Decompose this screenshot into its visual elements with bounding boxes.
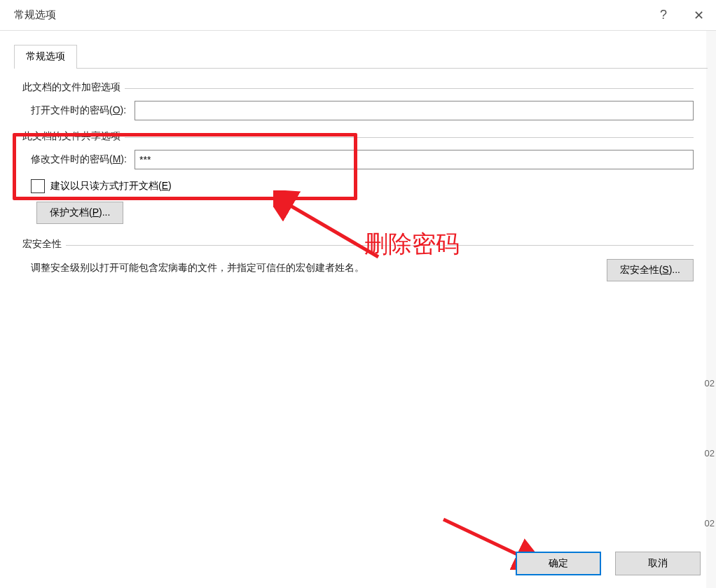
input-modify-password[interactable]	[135, 150, 694, 169]
row-open-password: 打开文件时的密码(O):	[22, 101, 694, 120]
svg-line-1	[443, 519, 523, 557]
section-macro: 宏安全性	[22, 238, 694, 251]
section-share: 此文档的文件共享选项	[22, 130, 694, 143]
titlebar: 常规选项 ? ✕	[0, 0, 716, 31]
label-readonly: 建议以只读方式打开文档(E)	[50, 180, 172, 192]
label-modify-password: 修改文件时的密码(M):	[22, 153, 135, 166]
section-encrypt: 此文档的文件加密选项	[22, 81, 694, 94]
ok-button[interactable]: 确定	[516, 552, 601, 575]
macro-description: 调整安全级别以打开可能包含宏病毒的文件，并指定可信任的宏创建者姓名。	[31, 258, 593, 275]
window-title: 常规选项	[14, 8, 56, 22]
row-modify-password: 修改文件时的密码(M):	[22, 150, 694, 169]
label-open-password: 打开文件时的密码(O):	[22, 104, 135, 117]
bg-text-2: 02	[705, 448, 715, 458]
close-button[interactable]: ✕	[681, 0, 716, 31]
macro-security-button[interactable]: 宏安全性(S)...	[607, 259, 694, 281]
help-button[interactable]: ?	[646, 0, 681, 31]
bg-text-3: 02	[705, 518, 715, 528]
tab-general[interactable]: 常规选项	[14, 45, 77, 69]
checkbox-readonly[interactable]	[31, 179, 45, 193]
tab-strip: 常规选项	[14, 45, 708, 69]
row-macro: 调整安全级别以打开可能包含宏病毒的文件，并指定可信任的宏创建者姓名。 宏安全性(…	[22, 258, 694, 281]
dialog-buttons: 确定 取消	[516, 552, 701, 575]
protect-document-button[interactable]: 保护文档(P)...	[36, 202, 123, 224]
row-readonly-suggest[interactable]: 建议以只读方式打开文档(E)	[22, 179, 694, 193]
bg-text-1: 02	[705, 378, 715, 388]
cancel-button[interactable]: 取消	[615, 552, 701, 575]
dialog-body: 常规选项 此文档的文件加密选项 打开文件时的密码(O): 此文档的文件共享选项 …	[0, 31, 716, 281]
input-open-password[interactable]	[135, 101, 694, 120]
